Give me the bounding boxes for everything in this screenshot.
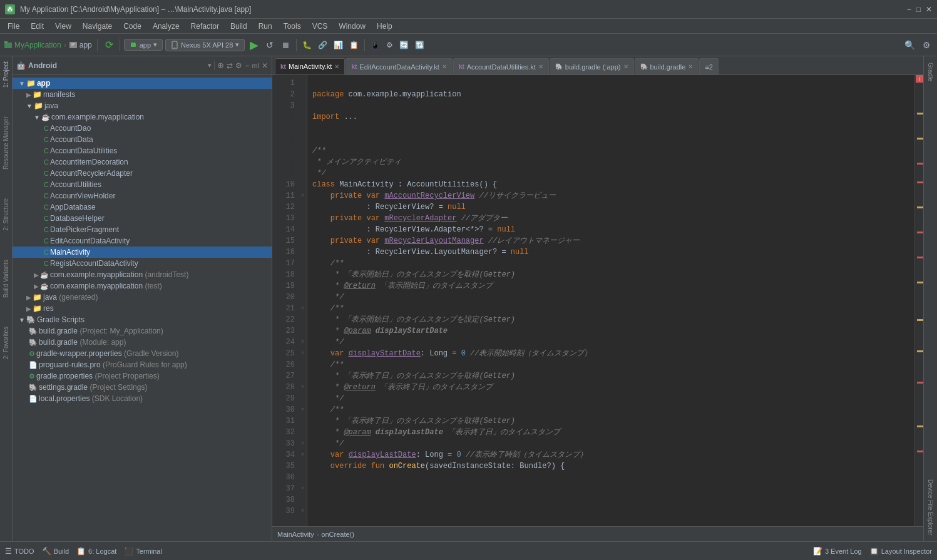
sync-project-btn[interactable]: 🔄: [397, 39, 411, 51]
device-file-explorer-btn[interactable]: Device File Explorer: [926, 476, 935, 539]
menu-help[interactable]: Help: [372, 21, 397, 32]
logcat-btn[interactable]: 📋 6: Logcat: [76, 547, 116, 556]
coverage-btn[interactable]: 📋: [347, 39, 361, 51]
menu-refactor[interactable]: Refactor: [186, 21, 224, 32]
sidebar-dropdown-arrow[interactable]: ▾: [208, 61, 212, 69]
tree-item-package-main[interactable]: ▼ ☕ com.example.myapplication: [13, 111, 272, 123]
code-content[interactable]: package com.example.myapplication import…: [307, 75, 914, 526]
vtab-favorites[interactable]: 2: Favorites: [1, 322, 11, 364]
tree-item-proguard[interactable]: 📄 proguard-rules.pro (ProGuard Rules for…: [13, 359, 272, 370]
tree-item-gradle-scripts[interactable]: ▼ 🐘 Gradle Scripts: [13, 314, 272, 325]
menu-file[interactable]: File: [3, 21, 24, 32]
add-btn[interactable]: ⊕: [217, 61, 224, 70]
tree-item-gradle-props[interactable]: ⚙ gradle.properties (Project Properties): [13, 370, 272, 382]
tree-item-build-gradle-mod[interactable]: 🐘 build.gradle (Module: app): [13, 337, 272, 348]
tree-item-AccountUtilities[interactable]: C AccountUtilities: [13, 179, 272, 190]
tree-item-local-props[interactable]: 📄 local.properties (SDK Location): [13, 393, 272, 404]
rerun-btn[interactable]: ↺: [264, 39, 276, 51]
debug-btn[interactable]: 🐛: [300, 39, 314, 51]
close-btn[interactable]: ✕: [926, 5, 932, 14]
run-button[interactable]: ▶: [247, 37, 261, 53]
tab-main-activity[interactable]: kt MainActivity.kt ✕: [275, 58, 345, 74]
tab-build-gradle-app[interactable]: 🐘 build.gradle (:app) ✕: [550, 58, 634, 74]
menu-navigate[interactable]: Navigate: [78, 21, 117, 32]
tree-item-AccountRecyclerAdapter[interactable]: C AccountRecyclerAdapter: [13, 168, 272, 179]
stop-btn[interactable]: ⏹: [279, 39, 292, 51]
account-utilities-close-icon[interactable]: ✕: [538, 63, 543, 70]
menu-build[interactable]: Build: [225, 21, 252, 32]
tab-account-utilities[interactable]: kt AccountDataUtilities.kt ✕: [453, 58, 549, 74]
tree-item-AccountViewHolder[interactable]: C AccountViewHolder: [13, 190, 272, 201]
menu-vcs[interactable]: VCS: [307, 21, 333, 32]
layout-inspector-btn[interactable]: 🔲 Layout Inspector: [869, 547, 932, 556]
tree-item-settings-gradle[interactable]: 🐘 settings.gradle (Project Settings): [13, 382, 272, 393]
tree-item-AccountItemDecoration[interactable]: C AccountItemDecoration: [13, 156, 272, 168]
search-everywhere-btn[interactable]: 🔍: [902, 39, 918, 51]
avd-btn[interactable]: 📱: [369, 39, 382, 51]
code-editor[interactable]: 1 2 3 4 5 6 7 8 9 10 11 12 13 14 15 16 1: [272, 75, 914, 526]
breadcrumb-method[interactable]: onCreate(): [321, 531, 354, 538]
tree-item-MainActivity[interactable]: C MainActivity: [13, 247, 272, 258]
tree-item-RegistAccountDataActivity[interactable]: C RegistAccountDataActivity: [13, 258, 272, 269]
build-gradle-close-icon[interactable]: ✕: [688, 63, 693, 70]
tree-item-java-generated[interactable]: ▶ 📁 java (generated): [13, 292, 272, 303]
tree-item-EditAccountDataActivity[interactable]: C EditAccountDataActivity: [13, 235, 272, 247]
kt-icon3: kt: [459, 63, 464, 70]
menu-analyze[interactable]: Analyze: [148, 21, 185, 32]
vtab-resource-manager[interactable]: Resource Manager: [1, 111, 11, 175]
menu-run[interactable]: Run: [253, 21, 277, 32]
menu-view[interactable]: View: [50, 21, 76, 32]
sdk-btn[interactable]: ⚙: [384, 39, 395, 51]
todo-btn[interactable]: ☰ TODO: [5, 547, 34, 556]
sync-icon[interactable]: ⇄: [227, 61, 233, 70]
minus-icon[interactable]: −: [245, 61, 249, 70]
terminal-btn[interactable]: ⬛ Terminal: [124, 547, 162, 556]
tree-item-test[interactable]: ▶ ☕ com.example.myapplication (test): [13, 280, 272, 292]
device-dropdown[interactable]: Nexus 5X API 28 ▾: [165, 39, 245, 51]
sync-btn[interactable]: ⟳: [103, 38, 116, 52]
menu-window[interactable]: Window: [334, 21, 371, 32]
menu-code[interactable]: Code: [118, 21, 146, 32]
invalidate-btn[interactable]: 🔃: [413, 39, 426, 51]
tree-item-androidTest[interactable]: ▶ ☕ com.example.myapplication (androidTe…: [13, 269, 272, 280]
menu-tools[interactable]: Tools: [279, 21, 306, 32]
event-log-btn[interactable]: 📝 3 Event Log: [813, 547, 862, 556]
run-config-dropdown[interactable]: app ▾: [124, 39, 163, 51]
tree-item-build-gradle-proj[interactable]: 🐘 build.gradle (Project: My_Application): [13, 325, 272, 337]
tree-item-AccountData[interactable]: C AccountData: [13, 134, 272, 145]
menu-edit[interactable]: Edit: [26, 21, 49, 32]
close-sidebar-btn[interactable]: ✕: [262, 61, 268, 70]
settings-btn[interactable]: ⚙: [920, 39, 933, 51]
AccountViewHolder-label: AccountViewHolder: [50, 191, 116, 200]
tab-overflow[interactable]: ≡2: [699, 58, 719, 74]
tree-item-DatePickerFragment[interactable]: C DatePickerFragment: [13, 224, 272, 235]
breadcrumb-file[interactable]: MainActivity: [277, 531, 314, 538]
tree-item-DatabaseHelper[interactable]: C DatabaseHelper: [13, 213, 272, 224]
gradle-panel-btn[interactable]: Gradle: [926, 59, 935, 85]
breadcrumb-module[interactable]: app: [69, 41, 92, 49]
breadcrumb-project[interactable]: MyApplication: [4, 41, 61, 49]
build-gradle-app-close-icon[interactable]: ✕: [623, 63, 628, 70]
tree-item-manifests[interactable]: ▶ 📁 manifests: [13, 89, 272, 100]
minimize-btn[interactable]: −: [907, 5, 911, 14]
tab-edit-account[interactable]: kt EditAccountDataActivity.kt ✕: [346, 58, 452, 74]
maximize-btn[interactable]: □: [916, 5, 921, 14]
tab-build-gradle[interactable]: 🐘 build.gradle ✕: [635, 58, 699, 74]
build-btn[interactable]: 🔨 Build: [42, 547, 69, 556]
main-activity-close-icon[interactable]: ✕: [334, 63, 339, 70]
vtab-project[interactable]: 1: Project: [1, 56, 11, 93]
vtab-build-variants[interactable]: Build Variants: [1, 255, 11, 303]
tree-item-java[interactable]: ▼ 📁 java: [13, 100, 272, 111]
gear-icon[interactable]: ⚙: [235, 61, 242, 70]
tree-item-AccountDao[interactable]: C AccountDao: [13, 123, 272, 134]
tree-item-app[interactable]: ▼ 📁 app: [13, 78, 272, 89]
tree-item-AccountDataUtilities[interactable]: C AccountDataUtilities: [13, 145, 272, 156]
profile-btn[interactable]: 📊: [332, 39, 345, 51]
event-log-icon: 📝: [813, 547, 822, 556]
attach-debugger-btn[interactable]: 🔗: [316, 39, 329, 51]
tree-item-AppDatabase[interactable]: C AppDatabase: [13, 201, 272, 213]
tree-item-res[interactable]: ▶ 📁 res: [13, 303, 272, 314]
vtab-structure[interactable]: 2: Structure: [1, 193, 11, 236]
edit-account-close-icon[interactable]: ✕: [442, 63, 447, 70]
tree-item-gradle-wrapper[interactable]: ⚙ gradle-wrapper.properties (Gradle Vers…: [13, 348, 272, 359]
